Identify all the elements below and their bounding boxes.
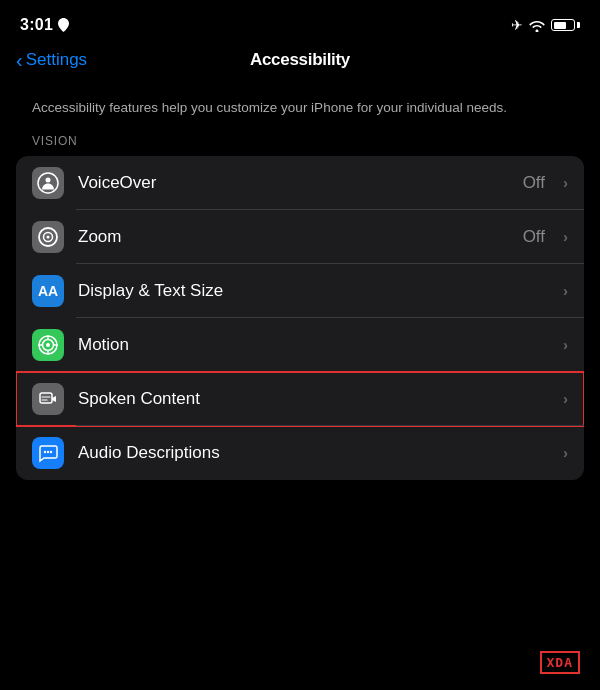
page-title: Accessibility	[250, 50, 350, 70]
voiceover-icon	[37, 172, 59, 194]
zoom-chevron-icon: ›	[563, 228, 568, 245]
svg-point-15	[44, 450, 46, 452]
spoken-content-chevron-icon: ›	[563, 390, 568, 407]
voiceover-value: Off	[523, 173, 545, 193]
voiceover-icon-wrapper	[32, 167, 64, 199]
status-bar: 3:01 ✈	[0, 0, 600, 44]
display-text-icon-wrapper: AA	[32, 275, 64, 307]
audio-descriptions-icon-wrapper	[32, 437, 64, 469]
svg-point-17	[50, 450, 52, 452]
section-header-vision: VISION	[0, 130, 600, 156]
display-text-label: Display & Text Size	[78, 281, 549, 301]
zoom-icon-wrapper	[32, 221, 64, 253]
settings-item-voiceover[interactable]: VoiceOver Off ›	[16, 156, 584, 210]
settings-item-audio-descriptions[interactable]: Audio Descriptions ›	[16, 426, 584, 480]
back-chevron-icon: ‹	[16, 50, 23, 70]
motion-chevron-icon: ›	[563, 336, 568, 353]
description-text: Accessibility features help you customiz…	[0, 82, 600, 130]
display-text-icon: AA	[38, 283, 58, 299]
settings-item-display-text[interactable]: AA Display & Text Size ›	[16, 264, 584, 318]
spoken-content-icon-wrapper	[32, 383, 64, 415]
wifi-icon	[529, 19, 545, 32]
status-time: 3:01	[20, 16, 53, 34]
back-button[interactable]: ‹ Settings	[16, 50, 87, 70]
battery-icon	[551, 19, 580, 31]
settings-item-spoken-content[interactable]: Spoken Content ›	[16, 372, 584, 426]
motion-label: Motion	[78, 335, 549, 355]
motion-icon-wrapper	[32, 329, 64, 361]
settings-list: VoiceOver Off › Zoom Off › AA Display & …	[16, 156, 584, 480]
svg-point-4	[47, 235, 50, 238]
back-label: Settings	[26, 50, 87, 70]
svg-point-0	[38, 173, 58, 193]
svg-point-16	[47, 450, 49, 452]
svg-rect-12	[40, 393, 52, 403]
svg-point-7	[46, 343, 50, 347]
location-icon	[58, 18, 69, 32]
audio-descriptions-chevron-icon: ›	[563, 444, 568, 461]
svg-point-1	[46, 177, 51, 182]
airplane-icon: ✈	[511, 17, 523, 33]
audio-descriptions-icon	[37, 442, 59, 464]
spoken-content-label: Spoken Content	[78, 389, 549, 409]
status-icons: ✈	[511, 17, 580, 33]
audio-descriptions-label: Audio Descriptions	[78, 443, 549, 463]
zoom-value: Off	[523, 227, 545, 247]
settings-item-zoom[interactable]: Zoom Off ›	[16, 210, 584, 264]
motion-icon	[37, 334, 59, 356]
status-time-area: 3:01	[20, 16, 69, 34]
display-text-chevron-icon: ›	[563, 282, 568, 299]
spoken-content-icon	[37, 388, 59, 410]
voiceover-label: VoiceOver	[78, 173, 509, 193]
zoom-label: Zoom	[78, 227, 509, 247]
xda-watermark: XDA	[540, 651, 580, 674]
nav-header: ‹ Settings Accessibility	[0, 44, 600, 82]
zoom-icon	[37, 226, 59, 248]
settings-item-motion[interactable]: Motion ›	[16, 318, 584, 372]
voiceover-chevron-icon: ›	[563, 174, 568, 191]
